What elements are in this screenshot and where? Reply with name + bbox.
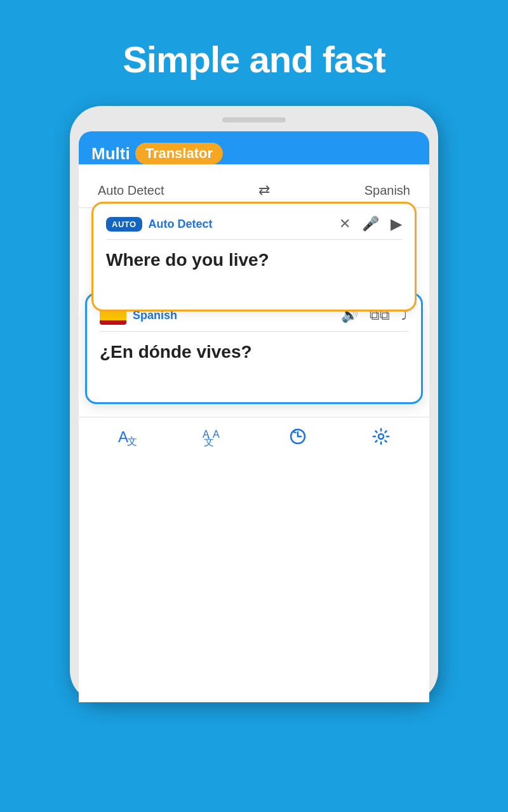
target-language-label[interactable]: Spanish	[364, 183, 410, 198]
auto-badge: AUTO	[106, 217, 142, 232]
microphone-icon[interactable]: 🎤	[362, 216, 379, 232]
input-text-display: Where do you live?	[106, 249, 402, 272]
logo-translator: Translator	[135, 143, 223, 164]
source-language-label[interactable]: Auto Detect	[98, 183, 164, 198]
phone-speaker	[222, 117, 286, 122]
app-logo: Multi Translator	[91, 143, 417, 164]
input-card-header: AUTO Auto Detect 🎤 ▶	[106, 215, 402, 233]
swap-languages-icon[interactable]: ⇄	[258, 182, 270, 199]
input-divider	[106, 239, 402, 240]
page-headline: Simple and fast	[123, 38, 385, 81]
send-icon[interactable]: ▶	[391, 215, 402, 233]
nav-settings-icon[interactable]	[372, 428, 390, 445]
flag-bottom-red	[100, 320, 126, 325]
phone-shell: Multi Translator Auto Detect ⇄ Spanish A…	[70, 106, 438, 702]
output-divider	[100, 331, 408, 332]
phone-screen: Multi Translator Auto Detect ⇄ Spanish A…	[79, 131, 429, 702]
clear-icon[interactable]	[339, 216, 351, 232]
app-header: Multi Translator	[79, 131, 429, 164]
svg-text:A: A	[213, 429, 220, 440]
logo-multi: Multi	[91, 144, 130, 164]
bottom-nav: A 文 A 文 A	[79, 417, 429, 455]
flag-yellow	[100, 311, 126, 320]
input-language-name[interactable]: Auto Detect	[149, 218, 339, 231]
nav-translate-alt-icon[interactable]: A 文 A	[203, 426, 223, 447]
svg-text:文: 文	[127, 436, 137, 446]
input-card-actions: 🎤 ▶	[339, 215, 402, 233]
output-text-display: ¿En dónde vives?	[100, 341, 408, 363]
nav-translate-icon[interactable]: A 文	[118, 427, 137, 446]
nav-history-icon[interactable]	[289, 428, 307, 445]
svg-point-6	[378, 434, 384, 439]
input-card: AUTO Auto Detect 🎤 ▶ Where do you live?	[91, 202, 417, 311]
